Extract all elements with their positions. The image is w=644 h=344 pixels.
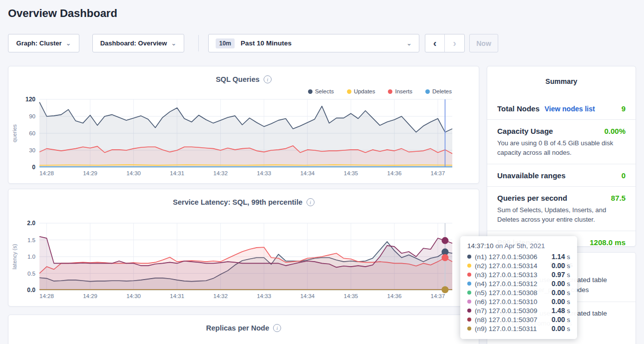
svg-text:14:33: 14:33 (257, 170, 271, 176)
chart-hover-tooltip: 14:37:10 on Apr 5th, 2021 (n1) 127.0.0.1… (460, 236, 577, 339)
time-next-button[interactable]: › (445, 34, 464, 52)
tooltip-node-row: (n3) 127.0.0.1:503130.97 s (467, 270, 570, 279)
svg-text:30: 30 (29, 147, 35, 153)
now-button[interactable]: Now (469, 34, 498, 52)
svg-text:0: 0 (32, 164, 35, 171)
svg-text:60: 60 (29, 130, 35, 136)
time-range-dropdown[interactable]: 10m Past 10 Minutes ⌄ (208, 34, 419, 52)
tooltip-node-row: (n8) 127.0.0.1:503070.00 s (467, 315, 570, 324)
svg-text:14:32: 14:32 (213, 293, 228, 299)
tooltip-node-row: (n1) 127.0.0.1:503061.14 s (467, 252, 570, 261)
hover-dot (441, 254, 448, 261)
graph-dropdown[interactable]: Graph: Cluster ⌄ (8, 34, 79, 52)
dashboard-dropdown[interactable]: Dashboard: Overview ⌄ (92, 34, 184, 52)
total-nodes-value: 9 (622, 104, 626, 113)
node-color-dot-icon (467, 282, 471, 286)
svg-text:1.5: 1.5 (27, 237, 35, 243)
replicas-chart-title: Replicas per Node (206, 324, 270, 332)
chevron-down-icon: ⌄ (171, 41, 176, 45)
svg-text:14:28: 14:28 (39, 293, 54, 299)
node-color-dot-icon (467, 300, 471, 304)
info-icon[interactable]: i (273, 324, 281, 332)
tooltip-node-row: (n4) 127.0.0.1:503120.00 s (467, 279, 570, 288)
summary-row-qps: Queries per second 87.5 Sum of Selects, … (487, 186, 636, 231)
qps-label: Queries per second (497, 194, 567, 202)
qps-value: 87.5 (611, 194, 626, 202)
unavailable-ranges-label: Unavailable ranges (497, 171, 566, 180)
svg-text:14:28: 14:28 (39, 170, 54, 176)
sql-queries-chart[interactable]: 030609012014:2814:2914:3014:3114:3214:33… (8, 66, 480, 184)
tooltip-node-row: (n5) 127.0.0.1:503080.00 s (467, 288, 570, 297)
total-nodes-label: Total Nodes (497, 104, 540, 113)
graph-dropdown-label: Graph: Cluster (16, 39, 62, 47)
summary-row-capacity: Capacity Usage 0.00% You are using 0 B o… (487, 119, 636, 164)
toolbar-divider (198, 35, 199, 51)
svg-text:14:34: 14:34 (300, 170, 315, 176)
summary-row-total-nodes: Total Nodes View nodes list 9 (487, 97, 636, 119)
svg-text:14:30: 14:30 (126, 293, 141, 299)
tooltip-node-row: (n7) 127.0.0.1:503091.48 s (467, 306, 570, 315)
node-color-dot-icon (467, 291, 471, 295)
hover-dot (441, 237, 448, 244)
dashboard-dropdown-label: Dashboard: Overview (100, 39, 167, 47)
summary-panel: Summary Total Nodes View nodes list 9 Ca… (487, 66, 636, 247)
time-range-label: Past 10 Minutes (241, 39, 400, 47)
time-prev-button[interactable]: ‹ (425, 34, 445, 52)
page-title: Overview Dashboard (8, 7, 117, 20)
qps-desc: Sum of Selects, Updates, Inserts, and De… (497, 205, 626, 224)
svg-text:queries: queries (11, 124, 17, 142)
node-color-dot-icon (467, 309, 471, 313)
svg-text:14:37: 14:37 (431, 170, 445, 176)
svg-text:90: 90 (29, 113, 35, 119)
tooltip-node-row: (n2) 127.0.0.1:503140.00 s (467, 261, 570, 270)
svg-text:14:31: 14:31 (170, 170, 184, 176)
svg-text:14:32: 14:32 (213, 170, 228, 176)
svg-text:14:31: 14:31 (170, 293, 184, 299)
svg-text:14:35: 14:35 (343, 293, 358, 299)
latency-chart[interactable]: 0.00.51.01.52.014:2814:2914:3014:3114:32… (8, 189, 480, 307)
hover-dot (441, 286, 448, 293)
chevron-down-icon: ⌄ (406, 41, 412, 45)
replicas-panel: Replicas per Node i (8, 315, 479, 344)
svg-text:2.0: 2.0 (27, 220, 35, 227)
svg-text:0.0: 0.0 (27, 287, 35, 294)
node-color-dot-icon (467, 273, 471, 277)
time-nav-group: ‹ › (425, 34, 465, 52)
capacity-usage-label: Capacity Usage (497, 127, 553, 135)
capacity-usage-value: 0.00% (604, 127, 626, 135)
summary-title: Summary (487, 66, 636, 85)
svg-text:120: 120 (25, 96, 35, 103)
sql-queries-panel: SQL Queries i SelectsUpdatesInsertsDelet… (8, 66, 479, 184)
svg-text:14:35: 14:35 (343, 170, 358, 176)
chevron-down-icon: ⌄ (66, 41, 71, 45)
node-color-dot-icon (467, 318, 471, 322)
svg-text:14:29: 14:29 (83, 293, 97, 299)
svg-text:latency (s): latency (s) (11, 244, 17, 270)
time-range-badge: 10m (216, 38, 235, 48)
latency-panel: Service Latency: SQL, 99th percentile i … (8, 189, 479, 307)
svg-text:14:36: 14:36 (387, 293, 402, 299)
view-nodes-list-link[interactable]: View nodes list (545, 105, 595, 113)
svg-text:14:30: 14:30 (126, 170, 141, 176)
svg-text:14:29: 14:29 (83, 170, 97, 176)
svg-text:0.5: 0.5 (27, 271, 35, 277)
node-color-dot-icon (467, 264, 471, 268)
node-color-dot-icon (467, 255, 471, 259)
svg-text:14:36: 14:36 (387, 170, 402, 176)
capacity-usage-desc: You are using 0 B of 4.5 GiB usable disk… (497, 138, 626, 157)
p99-latency-value: 1208.0 ms (590, 238, 626, 247)
svg-text:14:34: 14:34 (300, 293, 315, 299)
svg-text:14:37: 14:37 (431, 293, 445, 299)
svg-text:1.0: 1.0 (27, 254, 35, 260)
node-color-dot-icon (467, 327, 471, 331)
unavailable-ranges-value: 0 (622, 171, 626, 180)
tooltip-timestamp: 14:37:10 on Apr 5th, 2021 (467, 242, 570, 250)
summary-row-unavailable: Unavailable ranges 0 (487, 164, 636, 186)
tooltip-node-row: (n9) 127.0.0.1:503110.00 s (467, 324, 570, 333)
tooltip-node-row: (n6) 127.0.0.1:503100.00 s (467, 297, 570, 306)
svg-text:14:33: 14:33 (257, 293, 271, 299)
